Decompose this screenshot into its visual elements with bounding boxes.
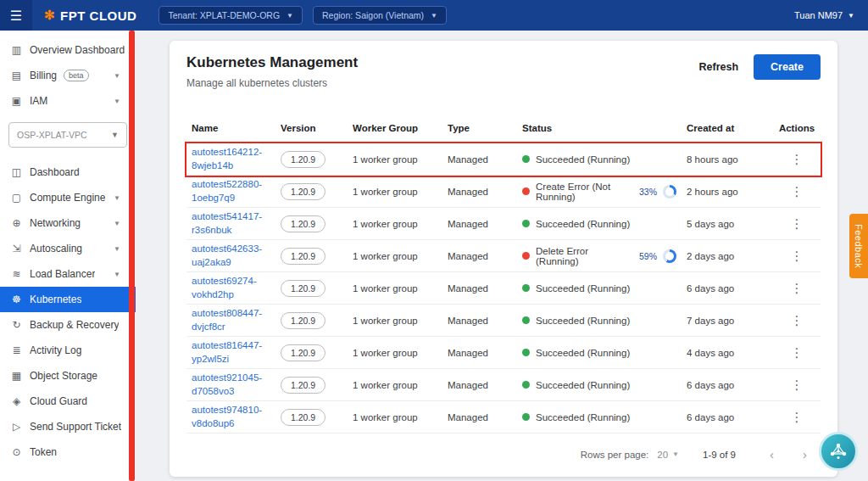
status-dot-icon [522,381,530,389]
sidebar-item-activity-log[interactable]: ≣Activity Log [0,338,136,363]
sidebar-item-networking[interactable]: ⊕Networking▼ [0,210,136,236]
name-cell: autotest816447-yp2wl5zi [186,339,275,366]
cluster-name-link[interactable]: autotest808447-dvjcf8cr [192,307,270,333]
tenant-dropdown[interactable]: Tenant: XPLAT-DEMO-ORG ▼ [159,6,303,25]
version-chip: 1.20.9 [281,377,326,394]
load-balancer-icon: ≋ [10,268,23,280]
sidebar-item-label: Kubernetes [30,294,81,305]
cloud-guard-icon: ◈ [10,395,23,407]
progress-donut-icon [663,249,676,263]
status-cell: Succeeded (Running) [517,380,682,390]
fpt-logo-icon: ✻ [44,8,55,23]
support-ticket-icon: ▷ [10,421,23,433]
sidebar-item-backup-recovery[interactable]: ↻Backup & Recovery [0,312,136,338]
hamburger-menu-icon[interactable]: ☰ [0,0,32,31]
cluster-name-link[interactable]: autotest69274-vokhd2hp [192,275,270,301]
cluster-name-link[interactable]: autotest816447-yp2wl5zi [192,339,270,366]
compute-engine-icon: ▢ [10,192,23,204]
sidebar-item-label: IAM [30,95,47,107]
more-vert-icon[interactable]: ⋮ [786,313,809,328]
table-row: autotest522880-1oebg7q91.20.91 worker gr… [186,176,821,208]
table-row: autotest921045-d7058vo31.20.91 worker gr… [186,369,821,401]
sidebar-item-autoscaling[interactable]: ⇲Autoscaling▼ [0,236,136,261]
sidebar-item-compute-engine[interactable]: ▢Compute Engine▼ [0,185,136,210]
status-cell: Succeeded (Running) [517,316,682,326]
name-cell: autotest642633-uaj2aka9 [186,243,275,269]
sidebar-item-overview-dashboard[interactable]: ▥Overview Dashboard [0,37,136,63]
sidebar-item-object-storage[interactable]: ▦Object Storage [0,363,136,389]
ai-assistant-button[interactable] [819,432,858,471]
sidebar-item-token[interactable]: ⊙Token [0,439,136,465]
column-header-type: Type [442,123,517,133]
user-menu[interactable]: Tuan NM97 ▼ [794,10,854,20]
version-cell: 1.20.9 [275,215,348,232]
status-text: Succeeded (Running) [536,316,630,326]
type-cell: Managed [442,154,517,165]
feedback-tab[interactable]: Feedback [849,214,868,278]
status-dot-icon [522,284,530,292]
more-vert-icon[interactable]: ⋮ [786,378,809,393]
cluster-name-link[interactable]: autotest164212-8wjeb14b [192,146,270,172]
more-vert-icon[interactable]: ⋮ [786,216,809,232]
brand-logo: ✻ FPT CLOUD [44,8,136,23]
sidebar-item-cloud-guard[interactable]: ◈Cloud Guard [0,389,136,414]
sidebar-item-iam[interactable]: ▣IAM▼ [0,88,136,114]
topbar: ☰ ✻ FPT CLOUD Tenant: XPLAT-DEMO-ORG ▼ R… [0,0,868,31]
vpc-select-value: OSP-XPLAT-VPC [17,130,87,140]
name-cell: autotest69274-vokhd2hp [186,275,275,301]
cluster-name-link[interactable]: autotest974810-v8do8up6 [192,404,270,430]
created-at-cell: 4 days ago [682,348,773,358]
more-vert-icon[interactable]: ⋮ [786,249,809,264]
cluster-name-link[interactable]: autotest921045-d7058vo3 [192,372,270,398]
cluster-name-link[interactable]: autotest522880-1oebg7q9 [192,178,270,204]
version-chip: 1.20.9 [281,344,326,361]
cluster-name-link[interactable]: autotest541417-r3s6nbuk [192,210,270,237]
sidebar-item-kubernetes[interactable]: ☸Kubernetes [0,287,136,312]
column-header-status: Status [517,123,682,133]
status-text: Create Error (Not Running) [536,182,626,202]
progress-percent: 59% [639,251,657,261]
column-header-worker-group: Worker Group [348,123,442,133]
sidebar-item-dashboard[interactable]: ◫Dashboard [0,159,136,185]
version-chip: 1.20.9 [281,248,326,265]
table-body: autotest164212-8wjeb14b1.20.91 worker gr… [186,143,821,433]
sidebar-item-label: Cloud Guard [30,395,87,407]
next-page-icon[interactable]: › [793,447,817,461]
created-at-cell: 2 hours ago [682,187,773,197]
table-row: autotest541417-r3s6nbuk1.20.91 worker gr… [186,208,821,240]
more-vert-icon[interactable]: ⋮ [786,152,809,167]
version-cell: 1.20.9 [275,312,348,329]
more-vert-icon[interactable]: ⋮ [786,281,809,296]
cluster-name-link[interactable]: autotest642633-uaj2aka9 [192,243,270,269]
sidebar-scrollbar[interactable] [129,31,135,481]
chevron-down-icon: ▼ [431,12,437,20]
sidebar-item-send-support-ticket[interactable]: ▷Send Support Ticket [0,414,136,439]
region-dropdown[interactable]: Region: Saigon (Vietnam) ▼ [313,6,447,25]
more-vert-icon[interactable]: ⋮ [786,184,809,199]
user-name: Tuan NM97 [794,10,843,20]
actions-cell: ⋮ [773,313,821,328]
iam-icon: ▣ [10,95,23,107]
vpc-select[interactable]: OSP-XPLAT-VPC ▼ [8,122,127,148]
table-row: autotest642633-uaj2aka91.20.91 worker gr… [186,240,821,272]
sidebar-item-label: Dashboard [30,166,80,178]
name-cell: autotest522880-1oebg7q9 [186,178,275,204]
created-at-cell: 8 hours ago [682,154,773,165]
rows-per-page-select[interactable]: 20 ▼ [657,450,679,460]
page-title: Kubernetes Management [186,54,358,71]
status-text: Succeeded (Running) [536,412,630,422]
version-cell: 1.20.9 [275,280,348,297]
previous-page-icon[interactable]: ‹ [760,447,784,461]
more-vert-icon[interactable]: ⋮ [786,410,809,425]
version-chip: 1.20.9 [281,215,326,232]
status-cell: Succeeded (Running) [517,412,682,422]
more-vert-icon[interactable]: ⋮ [786,345,809,361]
created-at-cell: 2 days ago [682,251,773,261]
actions-cell: ⋮ [773,378,821,393]
refresh-button[interactable]: Refresh [698,56,741,78]
status-cell: Succeeded (Running) [517,154,682,165]
sidebar-item-billing[interactable]: ▤Billingbeta▼ [0,63,136,88]
sidebar-item-load-balancer[interactable]: ≋Load Balancer▼ [0,261,136,287]
create-button[interactable]: Create [754,54,821,80]
tenant-label: Tenant: XPLAT-DEMO-ORG [168,10,280,20]
